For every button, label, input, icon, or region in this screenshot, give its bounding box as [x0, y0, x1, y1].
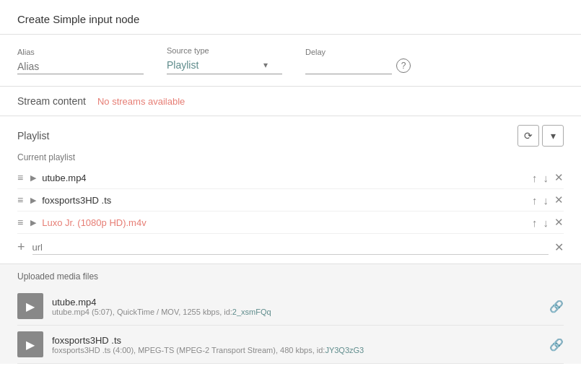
media-thumb-icon: ▶	[17, 331, 43, 357]
delay-group: Delay ?	[305, 48, 411, 74]
current-playlist-label: Current playlist	[17, 152, 564, 162]
playlist-section: Playlist ⟳ ▾ Current playlist ≡ ▶ utube.…	[0, 116, 581, 261]
source-type-select[interactable]: Playlist File Stream	[167, 58, 261, 72]
move-up-icon[interactable]: ↑	[532, 172, 538, 184]
alias-input[interactable]	[17, 59, 144, 74]
source-type-chevron-icon: ▾	[263, 60, 268, 70]
move-up-icon[interactable]: ↑	[532, 217, 538, 229]
media-item: ▶ foxsports3HD .ts foxsports3HD .ts (4:0…	[17, 326, 564, 364]
play-icon[interactable]: ▶	[30, 196, 36, 205]
playlist-item: ≡ ▶ Luxo Jr. (1080p HD).m4v ↑ ↓ ✕	[17, 212, 564, 234]
drag-handle-icon[interactable]: ≡	[17, 217, 23, 228]
move-down-icon[interactable]: ↓	[543, 217, 549, 229]
item-name: Luxo Jr. (1080p HD).m4v	[42, 217, 532, 228]
no-streams-message: No streams available	[97, 96, 185, 107]
source-type-label: Source type	[167, 46, 282, 55]
media-name: utube.mp4	[52, 297, 549, 308]
item-controls: ↑ ↓ ✕	[532, 193, 564, 206]
delay-field-group: Delay	[305, 48, 392, 74]
delay-label: Delay	[305, 48, 392, 56]
stream-content-title: Stream content	[17, 95, 86, 107]
media-info: foxsports3HD .ts foxsports3HD .ts (4:00)…	[52, 335, 549, 354]
item-name: foxsports3HD .ts	[42, 195, 532, 206]
item-name: utube.mp4	[42, 173, 532, 183]
video-icon: ▶	[26, 300, 35, 313]
media-meta: foxsports3HD .ts (4:00), MPEG-TS (MPEG-2…	[52, 346, 549, 354]
uploaded-section: Uploaded media files ▶ utube.mp4 utube.m…	[0, 263, 581, 364]
playlist-actions: ⟳ ▾	[517, 125, 564, 147]
play-icon[interactable]: ▶	[30, 173, 36, 183]
help-icon[interactable]: ?	[396, 58, 411, 73]
source-type-field-group: Source type Playlist File Stream ▾	[167, 46, 282, 74]
video-icon: ▶	[26, 338, 35, 352]
playlist-item: ≡ ▶ utube.mp4 ↑ ↓ ✕	[17, 167, 564, 189]
move-down-icon[interactable]: ↓	[543, 172, 549, 184]
move-down-icon[interactable]: ↓	[543, 194, 549, 206]
uploaded-label: Uploaded media files	[17, 271, 564, 282]
drag-handle-icon[interactable]: ≡	[17, 172, 23, 183]
item-controls: ↑ ↓ ✕	[532, 216, 564, 229]
media-item: ▶ utube.mp4 utube.mp4 (5:07), QuickTime …	[17, 287, 564, 326]
page-title: Create Simple input node	[0, 0, 581, 35]
playlist-refresh-button[interactable]: ⟳	[517, 125, 539, 147]
url-input[interactable]	[32, 240, 549, 255]
playlist-item: ≡ ▶ foxsports3HD .ts ↑ ↓ ✕	[17, 189, 564, 212]
drag-handle-icon[interactable]: ≡	[17, 194, 23, 206]
alias-label: Alias	[17, 48, 144, 56]
move-up-icon[interactable]: ↑	[532, 194, 538, 206]
add-url-row: + ✕	[17, 234, 564, 261]
media-name: foxsports3HD .ts	[52, 335, 549, 346]
play-icon[interactable]: ▶	[30, 218, 36, 227]
link-icon[interactable]: 🔗	[549, 338, 564, 352]
delay-input[interactable]	[305, 59, 392, 74]
remove-item-icon[interactable]: ✕	[554, 193, 564, 206]
item-controls: ↑ ↓ ✕	[532, 171, 564, 184]
alias-field-group: Alias	[17, 48, 144, 74]
media-info: utube.mp4 utube.mp4 (5:07), QuickTime / …	[52, 297, 549, 316]
add-url-icon[interactable]: +	[17, 240, 25, 255]
media-thumb-icon: ▶	[17, 293, 43, 319]
playlist-header: Playlist ⟳ ▾	[17, 125, 564, 147]
source-type-wrapper: Playlist File Stream ▾	[167, 58, 282, 74]
link-icon[interactable]: 🔗	[549, 300, 564, 313]
form-section: Alias Source type Playlist File Stream ▾…	[0, 35, 581, 87]
playlist-title: Playlist	[17, 130, 49, 141]
clear-url-icon[interactable]: ✕	[554, 240, 564, 254]
stream-content-section: Stream content No streams available	[0, 87, 581, 116]
remove-item-icon[interactable]: ✕	[554, 216, 564, 229]
playlist-expand-button[interactable]: ▾	[542, 125, 564, 147]
media-meta: utube.mp4 (5:07), QuickTime / MOV, 1255 …	[52, 308, 549, 316]
remove-item-icon[interactable]: ✕	[554, 171, 564, 184]
